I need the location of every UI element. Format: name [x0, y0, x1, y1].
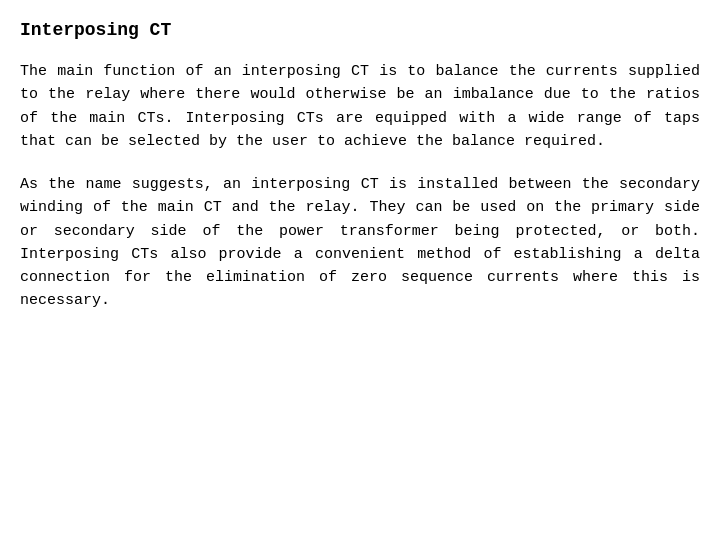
page-title: Interposing CT — [20, 20, 700, 40]
paragraph-1: The main function of an interposing CT i… — [20, 60, 700, 153]
page-container: Interposing CT The main function of an i… — [20, 20, 700, 520]
paragraph-2: As the name suggests, an interposing CT … — [20, 173, 700, 313]
